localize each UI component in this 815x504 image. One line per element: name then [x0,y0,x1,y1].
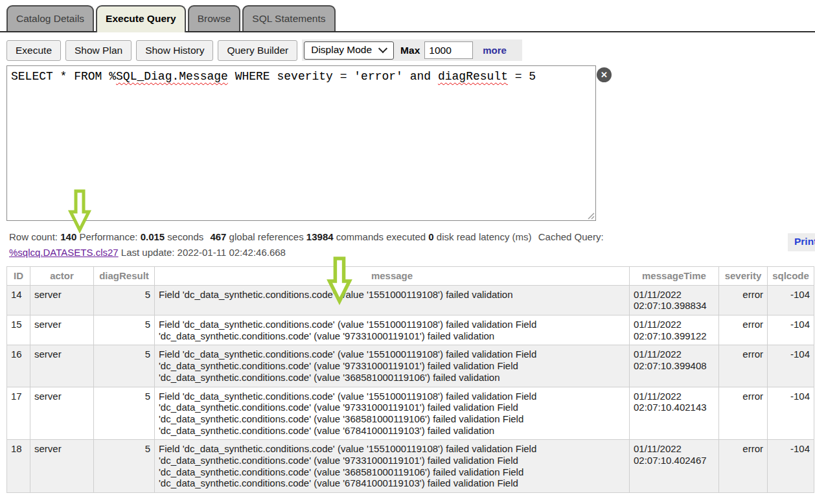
cell-actor: server [30,345,94,387]
cell-sqlcode: -104 [768,440,814,493]
cell-diagresult: 5 [94,345,155,387]
query-toolbar: ExecuteShow PlanShow HistoryQuery Builde… [6,40,815,61]
tab-execute-query[interactable]: Execute Query [96,5,186,32]
sql-text-segment: = 5 [508,70,536,83]
column-header-messagetime: messageTime [630,267,719,286]
row-count-label: Row count: [9,231,58,242]
results-summary: Row count: 140 Performance: 0.015 second… [9,231,815,242]
cell-actor: server [30,387,94,440]
cell-severity: error [719,387,768,440]
chevron-down-icon [380,45,387,52]
commands-value: 13984 [306,231,334,242]
global-refs-label: global references [229,231,304,242]
misspelled-token: diagResult [438,70,508,83]
display-mode-label: Display Mode [311,44,372,56]
cell-message: Field 'dc_data_synthetic.conditions.code… [155,285,630,315]
cell-id: 14 [7,285,30,315]
cell-sqlcode: -104 [768,285,814,315]
max-label: Max [400,45,420,56]
more-link[interactable]: more [483,45,507,56]
sql-query-text: SELECT * FROM %SQL_Diag.Message WHERE se… [7,66,595,87]
cell-message: Field 'dc_data_synthetic.conditions.code… [155,315,630,345]
column-header-diagresult: diagResult [94,267,155,286]
cell-severity: error [719,285,768,315]
disk-latency-label: disk read latency (ms) [437,231,532,242]
table-row: 15server5Field 'dc_data_synthetic.condit… [7,315,814,345]
results-table-body: 14server5Field 'dc_data_synthetic.condit… [7,285,814,492]
row-count-value: 140 [60,231,76,242]
cell-severity: error [719,315,768,345]
column-header-sqlcode: sqlcode [768,267,814,286]
cell-messagetime: 01/11/2022 02:07:10.399408 [630,345,719,387]
show-history-button[interactable]: Show History [136,40,213,61]
cell-id: 16 [7,345,30,387]
resize-handle-icon[interactable] [586,211,595,220]
column-header-severity: severity [719,267,768,286]
commands-label: commands executed [336,231,426,242]
display-mode-select[interactable]: Display Mode [304,41,394,60]
table-row: 14server5Field 'dc_data_synthetic.condit… [7,285,814,315]
cell-messagetime: 01/11/2022 02:07:10.399122 [630,315,719,345]
tab-catalog-details[interactable]: Catalog Details [6,5,94,31]
last-update-value: 2022-01-11 02:42:46.668 [178,247,286,258]
sql-text-segment: WHERE severity = 'error' and [228,70,438,83]
cell-severity: error [719,345,768,387]
max-rows-input[interactable] [424,41,473,59]
mode-strip: Display Mode Max more [302,40,522,61]
tab-bar: Catalog DetailsExecute QueryBrowseSQL St… [0,0,815,32]
cell-sqlcode: -104 [768,387,814,440]
cell-sqlcode: -104 [768,345,814,387]
cached-query-line: %sqlcq.DATASETS.cls27 Last update: 2022-… [9,247,815,258]
print-button[interactable]: Print [788,233,815,251]
disk-latency-value: 0 [428,231,433,242]
cell-diagresult: 5 [94,315,155,345]
seconds-label: seconds [167,231,203,242]
column-header-id: ID [7,267,30,286]
table-row: 18server5Field 'dc_data_synthetic.condit… [7,440,814,493]
sql-query-textarea[interactable]: SELECT * FROM %SQL_Diag.Message WHERE se… [6,65,596,221]
table-row: 16server5Field 'dc_data_synthetic.condit… [7,345,814,387]
performance-value: 0.015 [141,231,165,242]
column-header-message: message [155,267,630,286]
cell-actor: server [30,440,94,493]
toolbar-buttons: ExecuteShow PlanShow HistoryQuery Builde… [6,40,302,61]
cell-messagetime: 01/11/2022 02:07:10.402467 [630,440,719,493]
column-header-actor: actor [30,267,94,286]
cell-diagresult: 5 [94,440,155,493]
cell-actor: server [30,315,94,345]
query-builder-button[interactable]: Query Builder [218,40,297,61]
results-table: IDactordiagResultmessagemessageTimesever… [6,266,814,493]
show-plan-button[interactable]: Show Plan [65,40,132,61]
table-row: 17server5Field 'dc_data_synthetic.condit… [7,387,814,440]
cell-message: Field 'dc_data_synthetic.conditions.code… [155,440,630,493]
misspelled-token: SQL_Diag.Message [116,70,228,83]
cell-messagetime: 01/11/2022 02:07:10.398834 [630,285,719,315]
performance-label: Performance: [79,231,137,242]
clear-query-button[interactable]: ✕ [597,67,612,82]
cell-id: 15 [7,315,30,345]
tab-browse[interactable]: Browse [188,5,241,31]
cell-message: Field 'dc_data_synthetic.conditions.code… [155,387,630,440]
execute-button[interactable]: Execute [6,40,61,61]
sql-text-segment: SELECT * FROM % [11,70,116,83]
cached-query-label: Cached Query: [538,231,604,242]
cell-message: Field 'dc_data_synthetic.conditions.code… [155,345,630,387]
global-refs-value: 467 [210,231,226,242]
cell-severity: error [719,440,768,493]
cell-id: 17 [7,387,30,440]
cell-diagresult: 5 [94,387,155,440]
results-table-header: IDactordiagResultmessagemessageTimesever… [7,267,814,286]
last-update-label: Last update: [121,247,175,258]
cell-diagresult: 5 [94,285,155,315]
cell-id: 18 [7,440,30,493]
cached-query-link[interactable]: %sqlcq.DATASETS.cls27 [9,247,119,258]
cell-actor: server [30,285,94,315]
cell-sqlcode: -104 [768,315,814,345]
tab-sql-statements[interactable]: SQL Statements [242,5,335,31]
cell-messagetime: 01/11/2022 02:07:10.402143 [630,387,719,440]
